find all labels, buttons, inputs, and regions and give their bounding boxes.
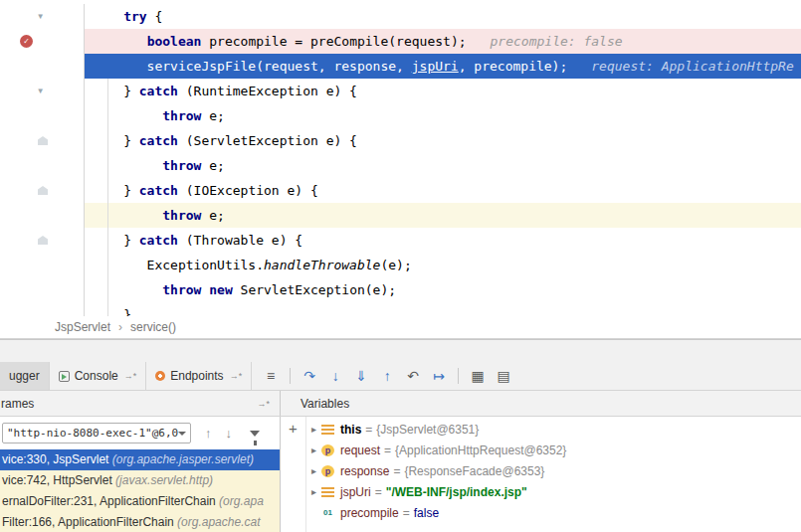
tab-label: Endpoints: [170, 369, 223, 383]
editor-gutter[interactable]: [0, 103, 85, 128]
expand-icon[interactable]: ▸: [306, 465, 321, 476]
editor-gutter[interactable]: ▾: [0, 79, 85, 103]
breakpoint-icon[interactable]: ✓: [20, 35, 33, 48]
fold-end-icon[interactable]: [38, 186, 48, 195]
prev-frame-icon[interactable]: ↑: [205, 426, 212, 441]
variable-row[interactable]: ▸jspUri="/WEB-INF/jsp/index.jsp": [306, 481, 801, 502]
filter-icon[interactable]: [250, 431, 260, 437]
frames-panel: "http-nio-8080-exec-1"@6,0 ↑ ↓ vice:330,…: [0, 417, 281, 532]
tool-window-splitter[interactable]: [0, 339, 801, 362]
code-line[interactable]: throw new ServletException(e);: [0, 277, 801, 302]
code-token: [85, 282, 162, 297]
code-token: }: [85, 233, 139, 248]
variable-value: {ApplicationHttpRequest@6352}: [395, 443, 566, 457]
code-token: handleThrowable: [264, 258, 380, 272]
frame-package: (org.apache.cat: [177, 515, 260, 529]
code-text: boolean precompile = preCompile(request)…: [85, 29, 801, 54]
menu-icon[interactable]: ≡: [258, 362, 284, 390]
frame-row[interactable]: Filter:166, ApplicationFilterChain (org.…: [0, 512, 280, 532]
editor-gutter[interactable]: [0, 253, 85, 277]
code-line[interactable]: }: [0, 302, 801, 316]
drop-frame-icon[interactable]: ↶: [400, 362, 426, 390]
frames-toolbar: "http-nio-8080-exec-1"@6,0 ↑ ↓: [0, 417, 280, 449]
variable-row[interactable]: 01precompile=false: [306, 502, 801, 523]
expand-icon[interactable]: ▸: [306, 424, 321, 435]
editor-gutter[interactable]: [0, 128, 85, 153]
code-line[interactable]: throw e;: [0, 203, 801, 228]
expand-icon[interactable]: ▸: [306, 486, 321, 497]
editor-gutter[interactable]: [0, 228, 85, 253]
code-line[interactable]: ▾ } catch (RuntimeException e) {: [0, 79, 801, 103]
editor-gutter[interactable]: [0, 302, 85, 316]
code-editor[interactable]: ▾ try {✓ boolean precompile = preCompile…: [0, 0, 801, 316]
tab-ugger[interactable]: ugger: [0, 362, 50, 390]
debug-step-toolbar: ≡↷↓⇓↑↶↦▦▤: [258, 362, 516, 390]
editor-gutter[interactable]: [0, 277, 85, 302]
code-line[interactable]: throw e;: [0, 103, 801, 128]
code-token: throw: [162, 282, 201, 297]
code-line[interactable]: } catch (IOException e) {: [0, 178, 801, 203]
code-line[interactable]: throw e;: [0, 153, 801, 178]
variable-row[interactable]: ▸presponse={ResponseFacade@6353}: [306, 460, 801, 481]
editor-gutter[interactable]: [0, 153, 85, 178]
equals-sign: =: [384, 443, 391, 457]
code-token: [85, 208, 162, 223]
expand-icon[interactable]: ▸: [306, 444, 321, 455]
tab-endpoints[interactable]: Endpoints→*: [146, 362, 252, 390]
fold-end-icon[interactable]: [38, 136, 48, 145]
code-line[interactable]: ExceptionUtils.handleThrowable(e);: [0, 253, 801, 277]
step-over-icon[interactable]: ↷: [297, 362, 322, 390]
step-into-icon[interactable]: ↓: [322, 362, 348, 390]
frames-header-label: rames: [1, 397, 34, 411]
code-line[interactable]: serviceJspFile(request, response, jspUri…: [0, 54, 801, 79]
variable-row[interactable]: ▸prequest={ApplicationHttpRequest@6352}: [306, 440, 801, 460]
tab-console[interactable]: Console→*: [50, 362, 147, 390]
code-text: } catch (RuntimeException e) {: [85, 79, 801, 103]
frame-row[interactable]: vice:742, HttpServlet (javax.servlet.htt…: [0, 470, 280, 491]
step-out-icon[interactable]: ↑: [374, 362, 400, 390]
editor-gutter[interactable]: ✓: [0, 29, 85, 54]
variable-row[interactable]: ▸this={JspServlet@6351}: [306, 419, 801, 440]
run-to-cursor-icon[interactable]: ↦: [426, 362, 452, 390]
frame-row[interactable]: ernalDoFilter:231, ApplicationFilterChai…: [0, 491, 280, 512]
variable-name: this: [340, 423, 361, 437]
fold-end-icon[interactable]: [38, 236, 48, 245]
endpoints-icon: [155, 371, 165, 381]
next-frame-icon[interactable]: ↓: [226, 426, 233, 441]
variable-value: {JspServlet@6351}: [376, 423, 479, 437]
code-token: throw: [162, 208, 201, 223]
thread-selector[interactable]: "http-nio-8080-exec-1"@6,0: [2, 423, 191, 443]
code-text: } catch (Throwable e) {: [85, 228, 801, 253]
editor-gutter[interactable]: [0, 203, 85, 228]
tab-label: Console: [75, 369, 118, 383]
fold-arrow-icon[interactable]: ▾: [37, 4, 44, 29]
variable-value: false: [414, 506, 439, 520]
editor-gutter[interactable]: ▾: [0, 4, 85, 29]
code-token: [85, 108, 162, 123]
toolbar-separator: [290, 368, 291, 384]
variable-value: {ResponseFacade@6353}: [404, 464, 544, 478]
editor-gutter[interactable]: [0, 54, 85, 79]
breadcrumb-method[interactable]: service(): [130, 316, 176, 338]
evaluate-expression-icon[interactable]: ▦: [465, 362, 491, 390]
pin-icon[interactable]: →*: [257, 399, 270, 409]
breadcrumb-class[interactable]: JspServlet: [55, 316, 110, 338]
force-step-into-icon[interactable]: ⇓: [348, 362, 374, 390]
code-line[interactable]: ▾ try {: [0, 4, 801, 29]
frame-location: vice:330, JspServlet: [2, 452, 112, 466]
code-token: {: [147, 9, 163, 24]
code-line[interactable]: ✓ boolean precompile = preCompile(reques…: [0, 29, 801, 54]
variable-name: response: [340, 464, 389, 478]
inline-debug-hint: precompile: false: [491, 34, 623, 49]
editor-gutter[interactable]: [0, 178, 85, 203]
code-line[interactable]: } catch (ServletException e) {: [0, 128, 801, 153]
frame-row[interactable]: vice:330, JspServlet (org.apache.jasper.…: [0, 449, 280, 470]
ide-window: ▾ try {✓ boolean precompile = preCompile…: [0, 0, 801, 532]
code-line[interactable]: } catch (Throwable e) {: [0, 228, 801, 253]
code-text: try {: [85, 4, 801, 29]
add-watch-button[interactable]: +: [289, 422, 298, 436]
layout-settings-icon[interactable]: ▤: [491, 362, 516, 390]
fold-arrow-icon[interactable]: ▾: [37, 79, 44, 103]
code-token: serviceJspFile(request, response,: [85, 59, 412, 74]
code-token: [85, 34, 147, 49]
